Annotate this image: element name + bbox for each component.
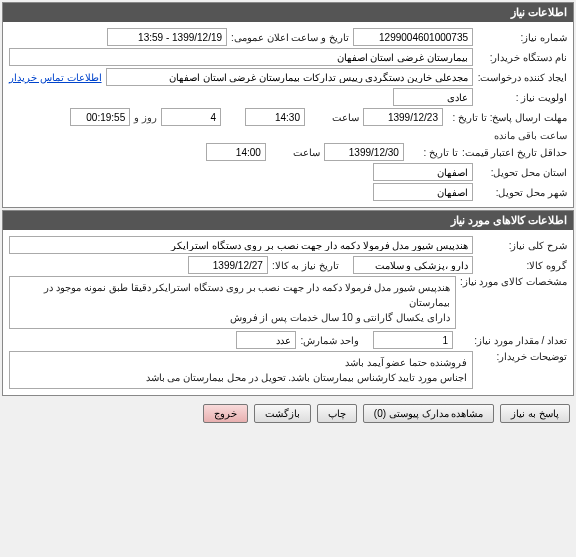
row-creator: ایجاد کننده درخواست: اطلاعات تماس خریدار bbox=[9, 68, 567, 86]
qty-field[interactable] bbox=[373, 331, 453, 349]
pub-dt-label: تاریخ و ساعت اعلان عمومی: bbox=[231, 32, 349, 43]
validity-time-label: ساعت bbox=[270, 147, 320, 158]
panel-header-goods: اطلاعات کالاهای مورد نیاز bbox=[3, 211, 573, 230]
need-no-field[interactable] bbox=[353, 28, 473, 46]
pub-dt-field[interactable] bbox=[107, 28, 227, 46]
validity-label: حداقل تاریخ اعتبار قیمت: bbox=[462, 147, 567, 158]
row-need-no: شماره نیاز: تاریخ و ساعت اعلان عمومی: bbox=[9, 28, 567, 46]
deadline-label: مهلت ارسال پاسخ: تا تاریخ : bbox=[447, 112, 567, 123]
row-qty: تعداد / مقدار مورد نیاز: واحد شمارش: bbox=[9, 331, 567, 349]
attachments-button[interactable]: مشاهده مدارک پیوستی (0) bbox=[363, 404, 495, 423]
row-notes: توضیحات خریدار: فروشنده حتما عضو آیمد با… bbox=[9, 351, 567, 389]
delivery-city-label: شهر محل تحویل: bbox=[477, 187, 567, 198]
row-delivery-city: شهر محل تحویل: bbox=[9, 183, 567, 201]
need-no-label: شماره نیاز: bbox=[477, 32, 567, 43]
creator-label: ایجاد کننده درخواست: bbox=[477, 72, 567, 83]
deadline-time-field[interactable] bbox=[245, 108, 305, 126]
time-remain-label: ساعت باقی مانده bbox=[494, 130, 567, 141]
deadline-time-label: ساعت bbox=[309, 112, 359, 123]
desc-field[interactable] bbox=[9, 236, 473, 254]
need-info-panel: اطلاعات نیاز شماره نیاز: تاریخ و ساعت اع… bbox=[2, 2, 574, 208]
row-deadline: مهلت ارسال پاسخ: تا تاریخ : ساعت روز و س… bbox=[9, 108, 567, 141]
back-button[interactable]: بازگشت bbox=[254, 404, 311, 423]
days-remain-label: روز و bbox=[134, 112, 157, 123]
days-remain-field[interactable] bbox=[161, 108, 221, 126]
row-spec: مشخصات کالای مورد نیاز: هندپیس شیور مدل … bbox=[9, 276, 567, 329]
validity-time-field[interactable] bbox=[206, 143, 266, 161]
desc-label: شرح کلی نیاز: bbox=[477, 240, 567, 251]
delivery-prov-field[interactable] bbox=[373, 163, 473, 181]
need-date-field[interactable] bbox=[188, 256, 268, 274]
goods-info-panel: اطلاعات کالاهای مورد نیاز شرح کلی نیاز: … bbox=[2, 210, 574, 396]
panel-body-1: شماره نیاز: تاریخ و ساعت اعلان عمومی: نا… bbox=[3, 22, 573, 207]
reply-button[interactable]: پاسخ به نیاز bbox=[500, 404, 570, 423]
panel-body-2: شرح کلی نیاز: گروه کالا: تاریخ نیاز به ک… bbox=[3, 230, 573, 395]
creator-field[interactable] bbox=[106, 68, 473, 86]
qty-label: تعداد / مقدار مورد نیاز: bbox=[457, 335, 567, 346]
unit-label: واحد شمارش: bbox=[300, 335, 359, 346]
row-group: گروه کالا: تاریخ نیاز به کالا: bbox=[9, 256, 567, 274]
group-field[interactable] bbox=[353, 256, 473, 274]
validity-to-label: تا تاریخ : bbox=[408, 147, 458, 158]
row-buyer: نام دستگاه خریدار: bbox=[9, 48, 567, 66]
notes-label: توضیحات خریدار: bbox=[477, 351, 567, 362]
print-button[interactable]: چاپ bbox=[317, 404, 357, 423]
spec-label: مشخصات کالای مورد نیاز: bbox=[460, 276, 567, 287]
unit-field[interactable] bbox=[236, 331, 296, 349]
validity-date-field[interactable] bbox=[324, 143, 404, 161]
row-priority: اولویت نیاز : bbox=[9, 88, 567, 106]
delivery-city-field[interactable] bbox=[373, 183, 473, 201]
spec-text: هندپیس شیور مدل فرمولا دکمه دار جهت نصب … bbox=[9, 276, 456, 329]
priority-label: اولویت نیاز : bbox=[477, 92, 567, 103]
group-label: گروه کالا: bbox=[477, 260, 567, 271]
buyer-label: نام دستگاه خریدار: bbox=[477, 52, 567, 63]
time-remain-field[interactable] bbox=[70, 108, 130, 126]
row-desc: شرح کلی نیاز: bbox=[9, 236, 567, 254]
panel-header-need-info: اطلاعات نیاز bbox=[3, 3, 573, 22]
priority-field[interactable] bbox=[393, 88, 473, 106]
need-date-label: تاریخ نیاز به کالا: bbox=[272, 260, 339, 271]
delivery-prov-label: استان محل تحویل: bbox=[477, 167, 567, 178]
row-validity: حداقل تاریخ اعتبار قیمت: تا تاریخ : ساعت bbox=[9, 143, 567, 161]
action-bar: پاسخ به نیاز مشاهده مدارک پیوستی (0) چاپ… bbox=[0, 398, 576, 429]
deadline-date-field[interactable] bbox=[363, 108, 443, 126]
buyer-field[interactable] bbox=[9, 48, 473, 66]
row-delivery-prov: استان محل تحویل: bbox=[9, 163, 567, 181]
buyer-contact-link[interactable]: اطلاعات تماس خریدار bbox=[9, 72, 102, 83]
notes-text: فروشنده حتما عضو آیمد باشد اجناس مورد تا… bbox=[9, 351, 473, 389]
exit-button[interactable]: خروج bbox=[203, 404, 248, 423]
